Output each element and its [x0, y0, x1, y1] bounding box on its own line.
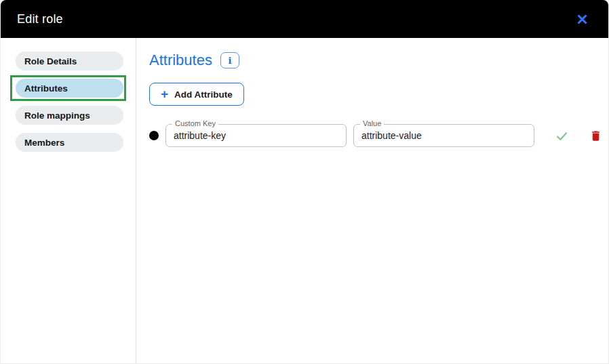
check-icon — [555, 129, 569, 143]
attribute-row: Custom Key Value — [149, 124, 608, 147]
heading-row: Attributes i — [149, 52, 608, 69]
main-panel: Attributes i + Add Attribute Custom Key … — [136, 38, 608, 364]
custom-key-field: Custom Key — [165, 124, 347, 147]
sidebar-item-label: Members — [24, 138, 64, 148]
value-label: Value — [360, 119, 384, 128]
confirm-attribute-button[interactable] — [553, 127, 570, 144]
info-icon-glyph: i — [228, 56, 231, 66]
sidebar-item-label: Role mappings — [24, 110, 90, 121]
attribute-bullet-icon — [149, 131, 159, 140]
close-button[interactable] — [574, 11, 591, 28]
sidebar: Role Details Attributes Role mappings Me… — [1, 38, 136, 364]
plus-icon: + — [161, 87, 168, 100]
dialog-title: Edit role — [17, 12, 63, 26]
sidebar-item-attributes[interactable]: Attributes — [16, 79, 123, 98]
dialog-body: Role Details Attributes Role mappings Me… — [1, 38, 608, 364]
add-attribute-button[interactable]: + Add Attribute — [149, 83, 244, 106]
add-attribute-label: Add Attribute — [174, 89, 233, 100]
delete-attribute-button[interactable] — [588, 127, 604, 144]
edit-role-dialog: Edit role Role Details Attributes Role m… — [0, 0, 609, 364]
dialog-header: Edit role — [1, 0, 608, 38]
sidebar-item-label: Role Details — [24, 56, 77, 66]
sidebar-item-role-mappings[interactable]: Role mappings — [16, 106, 123, 125]
sidebar-item-label: Attributes — [24, 83, 68, 94]
custom-key-label: Custom Key — [172, 119, 218, 128]
sidebar-item-role-details[interactable]: Role Details — [16, 52, 123, 70]
info-icon[interactable]: i — [220, 52, 239, 68]
value-field: Value — [353, 124, 534, 147]
page-title: Attributes — [149, 52, 212, 69]
sidebar-item-members[interactable]: Members — [16, 133, 123, 152]
trash-icon — [589, 129, 602, 143]
close-icon — [576, 14, 588, 25]
